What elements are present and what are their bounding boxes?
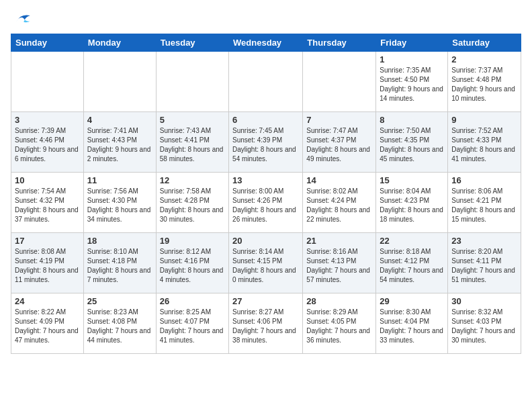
calendar-cell: 17Sunrise: 8:08 AMSunset: 4:19 PMDayligh… [11,233,84,293]
calendar-cell: 29Sunrise: 8:30 AMSunset: 4:04 PMDayligh… [376,293,448,354]
calendar-cell: 1Sunrise: 7:35 AMSunset: 4:50 PMDaylight… [376,52,448,112]
calendar-table: SundayMondayTuesdayWednesdayThursdayFrid… [11,34,521,354]
day-info: Sunrise: 7:37 AMSunset: 4:48 PMDaylight:… [451,66,515,102]
calendar-header-monday: Monday [83,34,156,52]
day-info: Sunrise: 8:27 AMSunset: 4:06 PMDaylight:… [232,308,296,344]
day-number: 15 [380,175,444,185]
calendar-cell: 13Sunrise: 8:00 AMSunset: 4:26 PMDayligh… [229,173,303,233]
day-number: 24 [15,296,80,306]
day-info: Sunrise: 8:29 AMSunset: 4:05 PMDaylight:… [306,308,370,344]
calendar-header-tuesday: Tuesday [156,34,228,52]
day-info: Sunrise: 8:08 AMSunset: 4:19 PMDaylight:… [15,248,79,283]
day-info: Sunrise: 8:20 AMSunset: 4:11 PMDaylight:… [451,248,515,283]
calendar-cell [156,52,228,112]
calendar-week-3: 10Sunrise: 7:54 AMSunset: 4:32 PMDayligh… [11,173,521,233]
day-info: Sunrise: 8:12 AMSunset: 4:16 PMDaylight:… [160,248,224,283]
day-info: Sunrise: 8:02 AMSunset: 4:24 PMDaylight:… [306,187,370,223]
calendar-cell [83,52,156,112]
calendar-cell: 25Sunrise: 8:23 AMSunset: 4:08 PMDayligh… [83,293,156,354]
calendar-week-5: 24Sunrise: 8:22 AMSunset: 4:09 PMDayligh… [11,293,521,354]
day-number: 17 [15,236,80,246]
day-number: 23 [451,236,517,246]
day-number: 6 [232,115,299,125]
day-number: 28 [306,296,372,306]
day-number: 3 [15,115,80,125]
calendar-cell: 26Sunrise: 8:25 AMSunset: 4:07 PMDayligh… [156,293,228,354]
day-info: Sunrise: 8:16 AMSunset: 4:13 PMDaylight:… [306,248,370,283]
day-number: 7 [306,115,372,125]
day-number: 27 [232,296,299,306]
day-info: Sunrise: 8:25 AMSunset: 4:07 PMDaylight:… [160,308,224,344]
calendar-cell: 22Sunrise: 8:18 AMSunset: 4:12 PMDayligh… [376,233,448,293]
day-number: 14 [306,175,372,185]
calendar-week-1: 1Sunrise: 7:35 AMSunset: 4:50 PMDaylight… [11,52,521,112]
calendar-cell: 4Sunrise: 7:41 AMSunset: 4:43 PMDaylight… [83,112,156,173]
day-info: Sunrise: 8:04 AMSunset: 4:23 PMDaylight:… [380,187,443,223]
day-info: Sunrise: 7:56 AMSunset: 4:30 PMDaylight:… [87,187,151,223]
calendar-week-2: 3Sunrise: 7:39 AMSunset: 4:46 PMDaylight… [11,112,521,173]
calendar-header-friday: Friday [376,34,448,52]
day-info: Sunrise: 7:58 AMSunset: 4:28 PMDaylight:… [160,187,224,223]
day-number: 26 [160,296,225,306]
day-number: 30 [451,296,517,306]
calendar-header-saturday: Saturday [448,34,521,52]
day-info: Sunrise: 7:54 AMSunset: 4:32 PMDaylight:… [15,187,79,223]
calendar-cell: 14Sunrise: 8:02 AMSunset: 4:24 PMDayligh… [303,173,376,233]
day-info: Sunrise: 8:14 AMSunset: 4:15 PMDaylight:… [232,248,296,283]
calendar-header-thursday: Thursday [303,34,376,52]
day-number: 10 [15,175,80,185]
calendar-cell: 18Sunrise: 8:10 AMSunset: 4:18 PMDayligh… [83,233,156,293]
day-info: Sunrise: 8:30 AMSunset: 4:04 PMDaylight:… [380,308,443,344]
day-number: 5 [160,115,225,125]
day-info: Sunrise: 8:06 AMSunset: 4:21 PMDaylight:… [451,187,515,223]
calendar-cell: 7Sunrise: 7:47 AMSunset: 4:37 PMDaylight… [303,112,376,173]
calendar-cell: 6Sunrise: 7:45 AMSunset: 4:39 PMDaylight… [229,112,303,173]
page-header [11,11,521,27]
calendar-cell [11,52,84,112]
calendar-cell: 15Sunrise: 8:04 AMSunset: 4:23 PMDayligh… [376,173,448,233]
calendar-cell [303,52,376,112]
calendar-cell: 10Sunrise: 7:54 AMSunset: 4:32 PMDayligh… [11,173,84,233]
calendar-cell: 30Sunrise: 8:32 AMSunset: 4:03 PMDayligh… [448,293,521,354]
calendar-cell: 8Sunrise: 7:50 AMSunset: 4:35 PMDaylight… [376,112,448,173]
calendar-cell [229,52,303,112]
calendar-cell: 2Sunrise: 7:37 AMSunset: 4:48 PMDaylight… [448,52,521,112]
calendar-cell: 5Sunrise: 7:43 AMSunset: 4:41 PMDaylight… [156,112,228,173]
logo [11,11,35,27]
calendar-cell: 19Sunrise: 8:12 AMSunset: 4:16 PMDayligh… [156,233,228,293]
calendar-cell: 27Sunrise: 8:27 AMSunset: 4:06 PMDayligh… [229,293,303,354]
day-number: 18 [87,236,152,246]
calendar-cell: 3Sunrise: 7:39 AMSunset: 4:46 PMDaylight… [11,112,84,173]
day-info: Sunrise: 7:39 AMSunset: 4:46 PMDaylight:… [15,127,79,163]
day-number: 2 [451,54,517,64]
calendar-cell: 24Sunrise: 8:22 AMSunset: 4:09 PMDayligh… [11,293,84,354]
calendar-week-4: 17Sunrise: 8:08 AMSunset: 4:19 PMDayligh… [11,233,521,293]
day-number: 19 [160,236,225,246]
calendar-cell: 21Sunrise: 8:16 AMSunset: 4:13 PMDayligh… [303,233,376,293]
day-info: Sunrise: 7:52 AMSunset: 4:33 PMDaylight:… [451,127,515,163]
day-info: Sunrise: 8:32 AMSunset: 4:03 PMDaylight:… [451,308,515,344]
day-info: Sunrise: 7:50 AMSunset: 4:35 PMDaylight:… [380,127,443,163]
day-number: 9 [451,115,517,125]
calendar-cell: 20Sunrise: 8:14 AMSunset: 4:15 PMDayligh… [229,233,303,293]
day-number: 11 [87,175,152,185]
day-info: Sunrise: 7:45 AMSunset: 4:39 PMDaylight:… [232,127,296,163]
day-number: 12 [160,175,225,185]
calendar-header-row: SundayMondayTuesdayWednesdayThursdayFrid… [11,34,521,52]
calendar-cell: 16Sunrise: 8:06 AMSunset: 4:21 PMDayligh… [448,173,521,233]
day-number: 25 [87,296,152,306]
day-info: Sunrise: 7:47 AMSunset: 4:37 PMDaylight:… [306,127,370,163]
day-info: Sunrise: 8:00 AMSunset: 4:26 PMDaylight:… [232,187,296,223]
calendar-cell: 23Sunrise: 8:20 AMSunset: 4:11 PMDayligh… [448,233,521,293]
day-number: 13 [232,175,299,185]
day-number: 1 [380,54,444,64]
day-info: Sunrise: 7:43 AMSunset: 4:41 PMDaylight:… [160,127,224,163]
day-number: 8 [380,115,444,125]
calendar-cell: 12Sunrise: 7:58 AMSunset: 4:28 PMDayligh… [156,173,228,233]
calendar-header-sunday: Sunday [11,34,84,52]
day-number: 21 [306,236,372,246]
calendar-cell: 11Sunrise: 7:56 AMSunset: 4:30 PMDayligh… [83,173,156,233]
calendar-header-wednesday: Wednesday [229,34,303,52]
day-info: Sunrise: 8:10 AMSunset: 4:18 PMDaylight:… [87,248,151,283]
day-info: Sunrise: 8:22 AMSunset: 4:09 PMDaylight:… [15,308,79,344]
